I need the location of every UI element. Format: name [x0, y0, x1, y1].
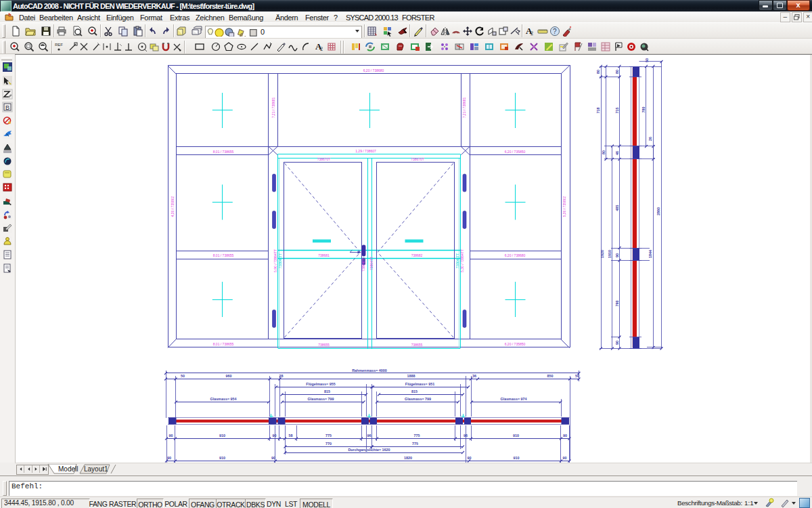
svg-text:96: 96 — [464, 433, 468, 438]
svg-text:738655: 738655 — [318, 343, 330, 347]
svg-text:5,30 / 73864TT: 5,30 / 73864TT — [460, 249, 464, 272]
svg-text:4,30 / 735802: 4,30 / 735802 — [171, 196, 175, 217]
svg-text:738682: 738682 — [411, 253, 423, 257]
svg-text:8,01 / 738655: 8,01 / 738655 — [213, 253, 234, 257]
svg-text:90: 90 — [563, 456, 567, 460]
svg-text:910: 910 — [219, 433, 225, 438]
svg-text:Layout1: Layout1 — [84, 465, 108, 473]
svg-text:90: 90 — [467, 456, 471, 460]
svg-text:1920: 1920 — [600, 250, 604, 258]
svg-text:738681: 738681 — [318, 253, 330, 257]
svg-text:8,01 / 738655: 8,01 / 738655 — [213, 342, 234, 346]
svg-text:715: 715 — [615, 108, 619, 114]
svg-text:Glasmass= 799: Glasmass= 799 — [405, 397, 431, 401]
svg-text:5,30 / 735802: 5,30 / 735802 — [562, 196, 566, 217]
svg-text:780: 780 — [641, 107, 646, 113]
svg-text:7,21 / 738681: 7,21 / 738681 — [271, 97, 275, 118]
svg-text:6,20 / 735850: 6,20 / 735850 — [505, 342, 526, 346]
svg-text:Rahmenmass= 4000: Rahmenmass= 4000 — [352, 368, 387, 373]
svg-text:46: 46 — [615, 151, 619, 155]
svg-text:90: 90 — [615, 253, 619, 257]
svg-text:910: 910 — [219, 456, 225, 460]
svg-text:775: 775 — [412, 442, 418, 446]
svg-text:738670T: 738670T — [317, 157, 331, 161]
svg-text:2860: 2860 — [656, 207, 660, 215]
svg-text:8,01 / 738655: 8,01 / 738655 — [213, 150, 234, 154]
svg-text:1,29 / 738607: 1,29 / 738607 — [355, 149, 376, 153]
svg-text:Durchgangslichte= 1620: Durchgangslichte= 1620 — [348, 448, 390, 452]
svg-text:80: 80 — [596, 70, 600, 74]
svg-text:7,21 / 738681: 7,21 / 738681 — [462, 97, 466, 118]
svg-text:Modell: Modell — [58, 465, 78, 473]
svg-text:90: 90 — [563, 433, 567, 438]
svg-text:718: 718 — [596, 108, 600, 114]
svg-text:Glasmass= 954: Glasmass= 954 — [210, 397, 236, 401]
svg-text:6,20 / 738680: 6,20 / 738680 — [363, 68, 384, 72]
svg-text:1820: 1820 — [404, 456, 412, 460]
svg-text:90: 90 — [273, 433, 277, 438]
svg-text:485: 485 — [615, 205, 619, 211]
svg-text:B: B — [5, 104, 9, 111]
svg-text:790: 790 — [615, 301, 619, 307]
svg-text:90: 90 — [615, 341, 619, 345]
svg-text:738670T: 738670T — [411, 157, 424, 161]
svg-text:850: 850 — [547, 374, 554, 378]
svg-text:?: ? — [553, 28, 557, 35]
svg-text:2: 2 — [531, 30, 533, 37]
svg-text:815: 815 — [324, 389, 330, 394]
svg-text:Flügelmass= 955: Flügelmass= 955 — [306, 382, 335, 386]
svg-text:738640TT: 738640TT — [455, 253, 459, 269]
svg-text:58: 58 — [289, 433, 293, 438]
svg-text:775: 775 — [414, 433, 420, 438]
svg-text:Flügelmass= 951: Flügelmass= 951 — [405, 382, 434, 386]
svg-text:815: 815 — [411, 389, 418, 394]
svg-text:770: 770 — [325, 442, 332, 446]
svg-text:36: 36 — [472, 374, 476, 378]
svg-text:6,20 / 738680: 6,20 / 738680 — [505, 253, 526, 257]
svg-text:73864TT: 73864TT — [369, 257, 374, 270]
svg-text:5,90 / 73864TT: 5,90 / 73864TT — [273, 249, 277, 272]
svg-text:90: 90 — [167, 456, 171, 460]
svg-text:960: 960 — [226, 374, 232, 378]
svg-text:910: 910 — [514, 456, 520, 460]
svg-text:738655: 738655 — [411, 343, 423, 347]
svg-text:90: 90 — [169, 433, 173, 438]
svg-text:1844: 1844 — [648, 250, 652, 258]
svg-text:1888: 1888 — [407, 374, 415, 378]
svg-text:2: 2 — [320, 46, 323, 52]
svg-text:50: 50 — [181, 374, 185, 378]
svg-text:50: 50 — [645, 58, 649, 62]
svg-text:738640T: 738640T — [361, 258, 365, 272]
svg-text:REF: REF — [55, 43, 63, 47]
svg-text:775: 775 — [325, 433, 332, 438]
svg-text:910: 910 — [513, 433, 519, 438]
svg-text:738640TT: 738640TT — [278, 253, 282, 269]
svg-text:26: 26 — [648, 137, 652, 141]
svg-text:80: 80 — [602, 150, 606, 154]
svg-text:Glasmass= 974: Glasmass= 974 — [500, 397, 526, 401]
svg-text:1910: 1910 — [608, 250, 612, 258]
svg-text:96: 96 — [367, 433, 371, 438]
svg-text:80: 80 — [615, 70, 619, 74]
svg-text:6,20 / 735850: 6,20 / 735850 — [505, 150, 526, 154]
svg-text:Glasmass= 799: Glasmass= 799 — [307, 397, 334, 401]
